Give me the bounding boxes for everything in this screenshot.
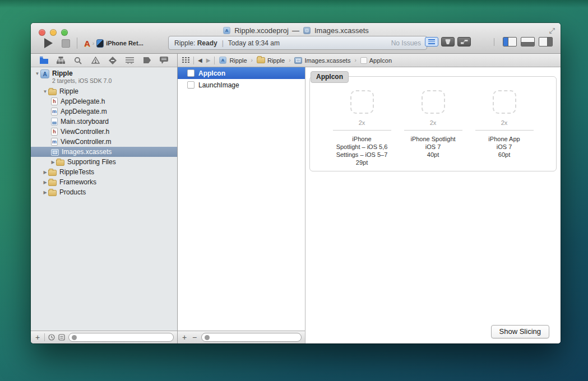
recent-files-icon[interactable] xyxy=(48,334,55,341)
tree-row-frameworks[interactable]: ▶ Frameworks xyxy=(31,177,177,187)
remove-asset-button[interactable]: − xyxy=(191,333,198,341)
toggle-navigator-button[interactable] xyxy=(503,37,517,47)
tree-row-project[interactable]: ▼ A Ripple 2 targets, iOS SDK 7.0 xyxy=(31,69,177,86)
tree-row-images-xcassets[interactable]: Images.xcassets xyxy=(31,147,177,157)
app-icon: A xyxy=(84,39,90,48)
scheme-selector[interactable]: A › iPhone Ret... xyxy=(84,39,143,48)
assistant-editor-icon xyxy=(445,39,451,44)
tree-row-viewcontroller-m[interactable]: m ViewController.m xyxy=(31,137,177,147)
scheme-label: iPhone Ret... xyxy=(106,40,143,47)
navigator-tab-bar xyxy=(31,54,177,67)
filter-icon xyxy=(205,335,210,340)
search-navigator-tab[interactable] xyxy=(73,55,83,66)
debug-navigator-tab[interactable] xyxy=(125,55,135,66)
disclosure-closed-icon[interactable]: ▶ xyxy=(42,180,48,185)
scale-label: 2x xyxy=(326,119,397,126)
breadcrumb-xcassets[interactable]: Images.xcassets xyxy=(294,57,350,64)
xcode-window: A Ripple.xcodeproj — Images.xcassets ⤢ A… xyxy=(31,23,561,343)
iphone-device-icon xyxy=(96,39,104,48)
header-file-icon: h xyxy=(51,97,58,105)
title-project: Ripple.xcodeproj xyxy=(234,26,289,35)
breadcrumb-label: Ripple xyxy=(267,57,285,64)
file-name: ViewController.m xyxy=(61,138,111,146)
symbol-navigator-tab[interactable] xyxy=(56,55,66,66)
asset-row-launchimage[interactable]: LaunchImage xyxy=(178,79,305,91)
navigator-filter-field[interactable] xyxy=(68,333,174,342)
disclosure-closed-icon[interactable]: ▶ xyxy=(42,190,48,195)
folder-icon xyxy=(48,170,57,176)
breadcrumb-label: AppIcon xyxy=(369,57,392,64)
project-navigator-tab[interactable] xyxy=(39,55,49,66)
chevron-right-icon: › xyxy=(92,40,94,47)
group-name: Ripple xyxy=(59,87,78,95)
imageset-icon xyxy=(187,81,195,89)
breakpoint-navigator-tab[interactable] xyxy=(142,55,152,66)
scale-label: 2x xyxy=(397,119,469,126)
assistant-editor-button[interactable] xyxy=(441,37,455,47)
fullscreen-icon[interactable]: ⤢ xyxy=(549,26,555,35)
file-name: Main.storyboard xyxy=(61,118,109,126)
asset-row-appicon[interactable]: AppIcon xyxy=(178,67,305,79)
forward-button[interactable]: ▶ xyxy=(206,57,211,63)
version-editor-button[interactable] xyxy=(457,37,471,47)
window-chrome: A Ripple.xcodeproj — Images.xcassets ⤢ A… xyxy=(31,23,561,54)
header-file-icon: h xyxy=(51,128,58,136)
standard-editor-button[interactable] xyxy=(425,37,438,47)
title-separator: — xyxy=(292,26,299,35)
storyboard-file-icon xyxy=(51,118,58,126)
xcassets-file-icon xyxy=(51,149,59,156)
disclosure-open-icon[interactable]: ▼ xyxy=(34,71,40,76)
project-name: Ripple xyxy=(52,69,112,77)
tree-row-rippletests[interactable]: ▶ RippleTests xyxy=(31,167,177,177)
source-file-icon: m xyxy=(51,138,58,146)
xcassets-icon xyxy=(303,27,311,34)
tree-row-products[interactable]: ▶ Products xyxy=(31,187,177,197)
log-navigator-tab[interactable] xyxy=(159,55,169,66)
related-items-icon[interactable] xyxy=(182,57,189,64)
icon-drop-well[interactable] xyxy=(493,90,516,114)
tree-row-viewcontroller-h[interactable]: h ViewController.h xyxy=(31,127,177,137)
well-spotlight-40: 2x iPhone Spotlight iOS 7 40pt xyxy=(397,90,469,166)
editor-body: AppIcon LaunchImage + − xyxy=(178,67,561,343)
file-name: ViewController.h xyxy=(61,128,109,136)
asset-rows: AppIcon LaunchImage xyxy=(178,67,305,331)
editor-mode-buttons xyxy=(425,37,471,47)
debug-panel-icon xyxy=(521,42,534,46)
toggle-debug-area-button[interactable] xyxy=(521,37,535,47)
main-area: ▼ A Ripple 2 targets, iOS SDK 7.0 ▼ Ripp… xyxy=(31,54,561,343)
asset-filter-field[interactable] xyxy=(201,333,302,342)
breadcrumb-appicon[interactable]: AppIcon xyxy=(360,57,392,64)
add-asset-button[interactable]: + xyxy=(181,333,188,341)
tree-row-group-ripple[interactable]: ▼ Ripple xyxy=(31,86,177,96)
asset-name: LaunchImage xyxy=(198,81,239,89)
tree-row-main-storyboard[interactable]: Main.storyboard xyxy=(31,117,177,127)
toggle-utilities-button[interactable] xyxy=(539,37,553,47)
breadcrumb-group[interactable]: Ripple xyxy=(257,57,285,64)
xcodeproj-icon: A xyxy=(223,27,230,34)
appicon-group-label: AppIcon xyxy=(311,71,349,83)
tree-row-appdelegate-m[interactable]: m AppDelegate.m xyxy=(31,106,177,117)
jump-bar: ◀ ▶ A Ripple › Ripple › Images.xcassets … xyxy=(178,54,561,67)
breadcrumb-project[interactable]: A Ripple xyxy=(219,56,247,64)
well-divider xyxy=(404,130,462,131)
stop-button[interactable] xyxy=(62,39,70,48)
icon-drop-well[interactable] xyxy=(350,90,374,114)
tree-row-appdelegate-h[interactable]: h AppDelegate.h xyxy=(31,96,177,106)
disclosure-open-icon[interactable]: ▼ xyxy=(42,89,48,94)
version-editor-icon xyxy=(461,40,468,44)
icon-drop-well[interactable] xyxy=(422,90,445,114)
test-navigator-tab[interactable] xyxy=(108,55,118,66)
folder-icon xyxy=(56,160,64,166)
back-button[interactable]: ◀ xyxy=(198,57,202,63)
scm-status-icon[interactable] xyxy=(58,334,65,341)
show-slicing-button[interactable]: Show Slicing xyxy=(491,325,549,338)
issue-navigator-tab[interactable] xyxy=(90,55,100,66)
add-file-button[interactable]: + xyxy=(34,333,41,341)
disclosure-closed-icon[interactable]: ▶ xyxy=(50,160,56,165)
disclosure-closed-icon[interactable]: ▶ xyxy=(42,170,48,175)
well-app-60: 2x iPhone App iOS 7 60pt xyxy=(469,90,540,166)
file-name: AppDelegate.m xyxy=(61,108,107,115)
project-labels: Ripple 2 targets, iOS SDK 7.0 xyxy=(52,69,112,84)
tree-row-supporting-files[interactable]: ▶ Supporting Files xyxy=(31,157,177,167)
run-button[interactable] xyxy=(44,38,53,48)
